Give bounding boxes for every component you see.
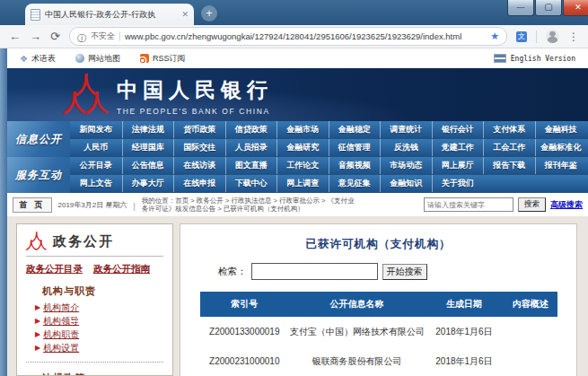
profile-avatar[interactable] — [546, 30, 559, 43]
nav-item[interactable]: 经理国库 — [122, 139, 174, 156]
content-search-input[interactable] — [251, 263, 378, 280]
nav-label-service-interaction[interactable]: 服务互动 — [7, 157, 70, 193]
nav-item[interactable]: 货币政策 — [173, 121, 225, 138]
nav-item[interactable]: 法律法规 — [122, 121, 174, 138]
nav-item[interactable]: 网上调查 — [276, 175, 329, 192]
english-version-link[interactable]: English Version — [494, 54, 575, 63]
table-header-cell: 公开信息名称 — [289, 292, 425, 317]
webpage: 术语表 网站地图 RSS订阅 English Version 人人人 中国人民银… — [7, 48, 588, 376]
sidebar-item-label: 机构简介 — [43, 301, 79, 314]
nav-item[interactable]: 在线访谈 — [173, 157, 225, 174]
bullet-arrow-icon — [35, 341, 40, 354]
nav-item[interactable]: 网上文告 — [70, 175, 122, 192]
sidebar-item[interactable]: 机构职责 — [35, 328, 163, 341]
sidebar-item[interactable]: 机构简介 — [35, 301, 163, 314]
sidebar-top-link[interactable]: 政务公开指南 — [93, 263, 150, 275]
nav-item[interactable]: 图文直播 — [225, 157, 277, 174]
nav-item[interactable]: 支付体系 — [483, 121, 535, 138]
search-label: 检索： — [218, 266, 247, 278]
advanced-search-link[interactable]: 高级搜索 — [550, 199, 583, 211]
nav-item[interactable]: 公告信息 — [122, 157, 174, 174]
nav-item[interactable]: 金融研究 — [276, 139, 329, 156]
nav-item[interactable]: 工会工作 — [483, 139, 535, 156]
window-controls — [507, 0, 588, 16]
site-search: 搜索 高级搜索 — [424, 197, 583, 212]
glossary-link[interactable]: 术语表 — [20, 53, 56, 65]
nav-item[interactable]: 人民币 — [70, 139, 122, 156]
sitemap-globe-icon — [75, 54, 84, 63]
nav-item[interactable]: 关于我们 — [432, 175, 484, 192]
glossary-icon — [20, 54, 28, 64]
nav-item[interactable]: 网上展厅 — [432, 157, 484, 174]
nav-item[interactable]: 调查统计 — [380, 121, 432, 138]
sitemap-label: 网站地图 — [88, 53, 120, 65]
translate-icon[interactable] — [516, 31, 527, 42]
date-cell: 2018年1月6日 — [425, 317, 504, 346]
nav-item[interactable]: 新闻发布 — [70, 121, 122, 138]
nav-row: 公开目录公告信息在线访谈图文直播工作论文音频视频市场动态网上展厅报告下载报刊年鉴 — [70, 157, 588, 175]
new-tab-button[interactable] — [201, 5, 217, 22]
nav-section-info: 信息公开 新闻发布法律法规货币政策信贷政策金融市场金融稳定调查统计银行会计支付体… — [7, 121, 588, 157]
reload-icon[interactable] — [50, 31, 60, 42]
nav-item[interactable]: 市场动态 — [380, 157, 432, 174]
nav-item[interactable]: 音频视频 — [329, 157, 381, 174]
nav-item[interactable]: 党建工作 — [432, 139, 484, 156]
address-bar[interactable]: 不安全 www.pbc.gov.cn/zhengwugongkai/127924… — [69, 27, 507, 46]
sidebar-item[interactable]: 机构设置 — [35, 341, 163, 354]
nav-item[interactable]: 报告下载 — [483, 157, 535, 174]
sidebar-section-heading: 法规政策 — [42, 372, 163, 376]
page-favicon-icon — [31, 9, 40, 21]
nav-item[interactable]: 信贷政策 — [225, 121, 277, 138]
browser-tab[interactable]: 中国人民银行-政务公开-行政执 — [25, 4, 194, 25]
nav-item[interactable]: 人员招录 — [225, 139, 277, 156]
sidebar-header: 人人人 政务公开 — [26, 232, 163, 257]
date-label: 2019年3月2日 星期六 — [58, 200, 127, 210]
nav-item[interactable]: 金融稳定 — [329, 121, 381, 138]
site-info-icon[interactable] — [77, 29, 86, 45]
forward-icon[interactable] — [30, 31, 41, 42]
nav-item[interactable]: 报刊年鉴 — [535, 157, 587, 174]
bullet-arrow-icon — [35, 314, 40, 328]
divider — [536, 31, 537, 43]
bookmark-star-icon[interactable] — [490, 31, 499, 42]
table-header-cell: 内容概述 — [504, 292, 557, 317]
sitemap-link[interactable]: 网站地图 — [75, 53, 120, 65]
nav-item[interactable]: 办事大厅 — [122, 175, 174, 192]
nav-item[interactable]: 金融知识 — [380, 175, 432, 192]
nav-item[interactable]: 金融市场 — [276, 121, 329, 138]
nav-item[interactable]: 工作论文 — [276, 157, 329, 174]
sidebar-top-link[interactable]: 政务公开目录 — [26, 263, 83, 275]
start-search-button[interactable]: 开始搜索 — [382, 264, 427, 280]
rss-link[interactable]: RSS订阅 — [140, 53, 186, 65]
table-row: Z2000133000019 支付宝（中国）网络技术有限公司 2018年1月6日 — [200, 317, 557, 346]
site-search-button[interactable]: 搜索 — [518, 197, 546, 212]
back-icon[interactable] — [9, 31, 21, 42]
maximize-button[interactable] — [535, 0, 562, 16]
nav-item[interactable]: 金融科技 — [535, 121, 587, 138]
browser-menu-icon[interactable] — [568, 31, 579, 43]
nav-item[interactable]: 意见征集 — [329, 175, 381, 192]
nav-item[interactable]: 国际交往 — [173, 139, 225, 156]
nav-item[interactable]: 反洗钱 — [380, 139, 432, 156]
nav-item[interactable]: 征信管理 — [329, 139, 381, 156]
site-search-input[interactable] — [424, 197, 513, 212]
nav-item[interactable]: 在线申报 — [173, 175, 225, 192]
nav-item[interactable]: 金融标准化 — [535, 139, 587, 156]
nav-item[interactable]: 银行会计 — [432, 121, 484, 138]
sidebar-section-heading: 机构与职责 — [42, 284, 163, 298]
minimize-button[interactable] — [507, 0, 534, 16]
bank-name-cn: 中国人民银行 — [117, 76, 273, 104]
home-button[interactable]: 首 页 — [13, 197, 52, 213]
site-utility-bar: 术语表 网站地图 RSS订阅 English Version — [7, 48, 588, 68]
flag-icon — [494, 54, 506, 63]
nav-row: 新闻发布法律法规货币政策信贷政策金融市场金融稳定调查统计银行会计支付体系金融科技 — [70, 121, 588, 139]
window-titlebar: 中国人民银行-政务公开-行政执 — [0, 0, 588, 25]
browser-window: 中国人民银行-政务公开-行政执 不安全 www.pbc.gov.cn/zheng… — [0, 0, 588, 376]
rss-icon — [140, 54, 149, 63]
nav-item[interactable]: 下载中心 — [225, 175, 277, 192]
nav-item[interactable]: 公开目录 — [70, 157, 122, 174]
sidebar-item[interactable]: 机构领导 — [35, 314, 163, 328]
close-button[interactable] — [563, 0, 588, 16]
tab-close-icon[interactable] — [181, 10, 189, 19]
nav-label-info-disclosure[interactable]: 信息公开 — [7, 121, 70, 157]
